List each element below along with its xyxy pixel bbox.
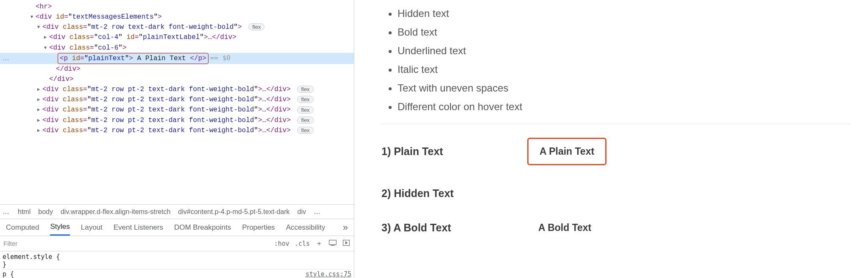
collapse-arrow-icon[interactable]: ▶ xyxy=(36,84,42,95)
row-label: 1) Plain Text xyxy=(381,145,538,158)
tab-event-listeners[interactable]: Event Listeners xyxy=(114,220,163,235)
collapse-arrow-icon[interactable]: ▶ xyxy=(36,105,42,115)
toggle-sidebar-icon[interactable] xyxy=(342,240,351,247)
row-hidden-text: 2) Hidden Text xyxy=(381,187,851,200)
tab-layout[interactable]: Layout xyxy=(81,220,103,235)
svg-marker-3 xyxy=(345,241,348,245)
list-item: Bold text xyxy=(398,23,851,42)
flex-badge[interactable]: flex xyxy=(297,117,313,124)
dom-node-collapsed[interactable]: ▶<div class="mt-2 row pt-2 text-dark fon… xyxy=(0,125,354,136)
dom-node-collapsed[interactable]: ▶<div class="mt-2 row pt-2 text-dark fon… xyxy=(0,115,354,125)
hov-toggle[interactable]: :hov xyxy=(274,240,289,247)
dom-node-collapsed[interactable]: ▶<div class="mt-2 row pt-2 text-dark fon… xyxy=(0,84,354,95)
collapse-arrow-icon[interactable]: ▶ xyxy=(42,32,48,42)
collapse-arrow-icon[interactable]: ▶ xyxy=(36,115,42,125)
text-types-list: Hidden text Bold text Underlined text It… xyxy=(398,4,851,116)
expand-arrow-icon[interactable]: ▼ xyxy=(36,22,42,32)
dom-node-selected[interactable]: <p id="plainText"> A Plain Text </p>== $… xyxy=(0,53,354,64)
row-value-highlighted: A Plain Text xyxy=(527,138,606,165)
breadcrumb-item[interactable]: body xyxy=(38,208,53,216)
breadcrumb-item[interactable]: div xyxy=(298,208,306,216)
breadcrumb-item[interactable]: div#content.p-4.p-md-5.pt-5.text-dark xyxy=(178,208,289,216)
flex-badge[interactable]: flex xyxy=(297,86,313,93)
styles-filter-bar: Filter :hov .cls + xyxy=(0,236,354,251)
flex-badge[interactable]: flex xyxy=(248,23,264,31)
dom-tree[interactable]: <hr> ▼<div id="textMessagesElements"> ▼<… xyxy=(0,0,354,204)
rule-selector[interactable]: element.style { xyxy=(3,253,60,261)
page-preview: Hidden text Bold text Underlined text It… xyxy=(354,0,868,278)
filter-input[interactable]: Filter xyxy=(3,240,269,247)
breadcrumb-item[interactable]: div.wrapper.d-flex.align-items-stretch xyxy=(61,208,170,216)
flex-badge[interactable]: flex xyxy=(297,106,313,114)
tab-computed[interactable]: Computed xyxy=(6,220,39,235)
tab-accessibility[interactable]: Accessibility xyxy=(286,220,326,235)
list-item: Hidden text xyxy=(398,4,851,23)
svg-rect-0 xyxy=(329,240,337,245)
styles-rules[interactable]: element.style { } p { style.css:75 xyxy=(0,251,354,278)
breadcrumb-overflow-icon[interactable]: … xyxy=(3,208,10,216)
row-value: A Bold Text xyxy=(538,222,591,234)
flex-badge[interactable]: flex xyxy=(297,96,313,103)
row-bold-text: 3) A Bold Text A Bold Text xyxy=(381,222,851,234)
flex-badge[interactable]: flex xyxy=(297,127,313,134)
svg-rect-1 xyxy=(331,245,334,245)
list-item: Underlined text xyxy=(398,42,851,60)
collapse-arrow-icon[interactable]: ▶ xyxy=(36,95,42,105)
rule-close: } xyxy=(3,261,6,268)
tab-styles[interactable]: Styles xyxy=(50,219,70,236)
styles-tabs: Computed Styles Layout Event Listeners D… xyxy=(0,219,354,236)
breadcrumb[interactable]: … html body div.wrapper.d-flex.align-ite… xyxy=(0,204,354,219)
dom-node-hr[interactable]: <hr> xyxy=(0,2,354,12)
dom-node-collapsed[interactable]: ▶<div class="mt-2 row pt-2 text-dark fon… xyxy=(0,105,354,115)
expand-arrow-icon[interactable]: ▼ xyxy=(29,12,35,22)
dom-node-col6[interactable]: ▼<div class="col-6"> xyxy=(0,43,354,53)
row-label: 3) A Bold Text xyxy=(381,222,538,234)
collapse-arrow-icon[interactable]: ▶ xyxy=(36,125,42,136)
dom-node-collapsed[interactable]: ▶<div class="mt-2 row pt-2 text-dark fon… xyxy=(0,95,354,105)
dom-node-textmessages[interactable]: ▼<div id="textMessagesElements"> xyxy=(0,12,354,22)
devtools-panel: <hr> ▼<div id="textMessagesElements"> ▼<… xyxy=(0,0,354,278)
breadcrumb-item[interactable]: html xyxy=(18,208,31,216)
breadcrumb-overflow-icon[interactable]: … xyxy=(314,208,321,216)
device-frame-icon[interactable] xyxy=(328,240,337,247)
expand-arrow-icon[interactable]: ▼ xyxy=(42,43,48,53)
list-item: Different color on hover text xyxy=(398,97,851,116)
tabs-overflow-icon[interactable]: » xyxy=(343,222,348,233)
dom-node-row[interactable]: ▼<div class="mt-2 row text-dark font-wei… xyxy=(0,22,354,32)
stylesheet-link[interactable]: style.css:75 xyxy=(306,270,351,278)
tab-properties[interactable]: Properties xyxy=(242,220,275,235)
dom-node-plainlabel[interactable]: ▶<div class="col-4" id="plainTextLabel">… xyxy=(0,32,354,42)
list-item: Italic text xyxy=(398,60,851,79)
row-plain-text: 1) Plain Text A Plain Text xyxy=(381,138,851,165)
row-label: 2) Hidden Text xyxy=(381,187,538,200)
dom-node-close[interactable]: </div> xyxy=(0,64,354,74)
cls-toggle[interactable]: .cls xyxy=(295,240,310,247)
divider xyxy=(381,124,851,124)
rule-selector[interactable]: p { xyxy=(3,270,14,278)
tab-dom-breakpoints[interactable]: DOM Breakpoints xyxy=(174,220,231,235)
dom-node-close[interactable]: </div> xyxy=(0,74,354,84)
list-item: Text with uneven spaces xyxy=(398,79,851,97)
new-style-rule-icon[interactable]: + xyxy=(315,240,323,247)
